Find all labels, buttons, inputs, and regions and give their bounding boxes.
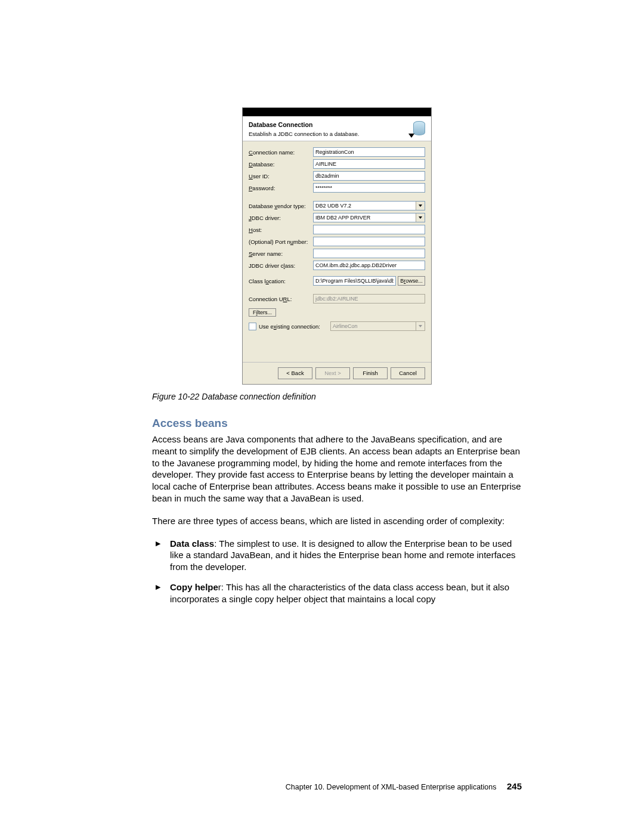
- server-input[interactable]: [313, 249, 425, 258]
- browse-button[interactable]: Browse...: [398, 276, 425, 286]
- vendor-label: Database vendor type:: [249, 203, 313, 209]
- dialog-subtitle: Establish a JDBC connection to a databas…: [249, 131, 359, 137]
- port-label: (Optional) Port number:: [249, 239, 313, 245]
- paragraph-2: There are three types of access beans, w…: [152, 515, 522, 527]
- back-button[interactable]: < Back: [278, 367, 312, 379]
- connection-url-input: [313, 294, 425, 304]
- password-input[interactable]: [313, 183, 425, 193]
- section-heading: Access beans: [152, 417, 522, 430]
- dialog-title: Database Connection: [249, 121, 359, 128]
- password-label: Password:: [249, 185, 313, 191]
- database-icon: [412, 121, 425, 137]
- userid-input[interactable]: [313, 171, 425, 181]
- connection-name-label: Connection name:: [249, 149, 313, 156]
- port-input[interactable]: [313, 237, 425, 246]
- chevron-down-icon: [416, 322, 425, 330]
- database-label: Database:: [249, 161, 313, 168]
- bullet-item: Data class: The simplest to use. It is d…: [152, 538, 522, 573]
- use-existing-checkbox[interactable]: [249, 323, 256, 330]
- host-input[interactable]: [313, 225, 425, 234]
- page-footer: Chapter 10. Development of XML-based Ent…: [286, 781, 522, 791]
- database-input[interactable]: [313, 159, 425, 169]
- host-label: Host:: [249, 227, 313, 233]
- dialog-footer: < Back Next > Finish Cancel: [243, 362, 431, 384]
- use-existing-select: AirlineCon: [330, 321, 425, 331]
- vendor-select[interactable]: DB2 UDB V7.2: [313, 201, 425, 210]
- driver-class-label: JDBC driver class:: [249, 262, 313, 269]
- cancel-button[interactable]: Cancel: [391, 367, 425, 379]
- class-location-input[interactable]: [313, 276, 396, 286]
- dialog-header: Database Connection Establish a JDBC con…: [243, 116, 431, 141]
- server-label: Server name:: [249, 250, 313, 257]
- jdbc-driver-select[interactable]: IBM DB2 APP DRIVER: [313, 213, 425, 222]
- class-location-label: Class location:: [249, 278, 313, 284]
- connection-name-input[interactable]: [313, 147, 425, 157]
- paragraph-1: Access beans are Java components that ad…: [152, 433, 522, 504]
- userid-label: User ID:: [249, 173, 313, 179]
- filters-button[interactable]: Filters...: [249, 308, 276, 317]
- dialog-titlebar: [243, 108, 431, 116]
- dialog-body: Connection name: Database: User ID: Pass…: [243, 141, 431, 362]
- driver-class-input[interactable]: [313, 261, 425, 270]
- bullet-item: Copy helper: This has all the characteri…: [152, 581, 522, 605]
- next-button: Next >: [315, 367, 350, 379]
- connection-url-label: Connection URL:: [249, 296, 313, 302]
- chevron-down-icon[interactable]: [416, 202, 425, 210]
- use-existing-label: Use existing connection:: [259, 323, 330, 330]
- bullet-list: Data class: The simplest to use. It is d…: [152, 538, 522, 605]
- database-connection-dialog: Database Connection Establish a JDBC con…: [242, 107, 432, 385]
- finish-button[interactable]: Finish: [353, 367, 388, 379]
- chevron-down-icon[interactable]: [416, 213, 425, 222]
- figure-caption: Figure 10-22 Database connection definit…: [152, 392, 522, 401]
- jdbc-driver-label: JDBC driver:: [249, 215, 313, 221]
